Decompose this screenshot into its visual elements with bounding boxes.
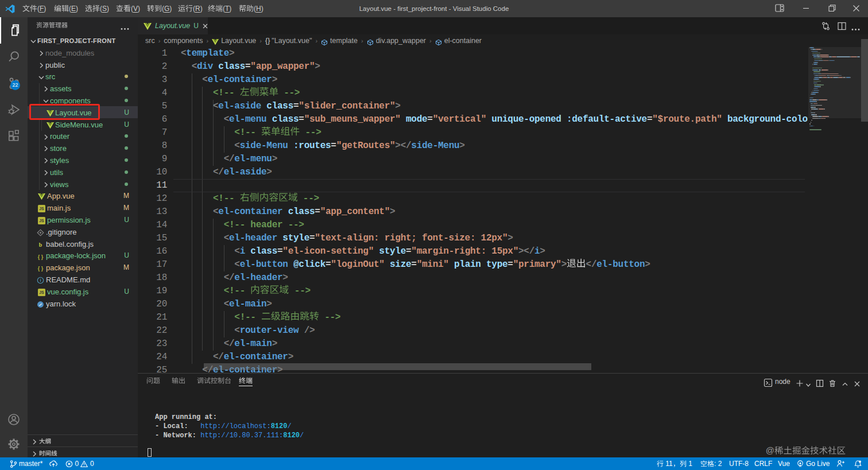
svg-text:b: b: [39, 242, 42, 248]
svg-text:{ }: { }: [38, 266, 44, 271]
svg-text:{ }: { }: [38, 254, 44, 259]
svg-text:JS: JS: [39, 219, 44, 223]
svg-text:JS: JS: [39, 207, 44, 211]
svg-text:JS: JS: [39, 290, 44, 294]
